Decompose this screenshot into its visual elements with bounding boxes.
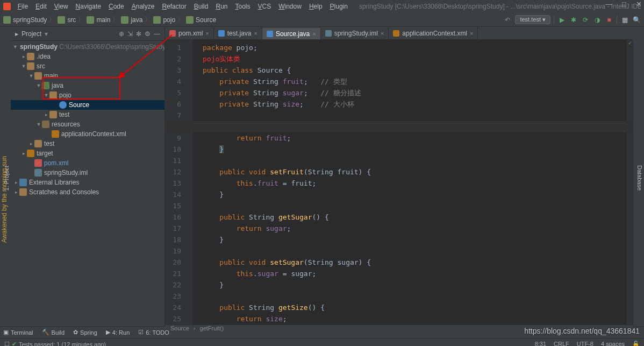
tree-resources[interactable]: ▼resources (11, 119, 164, 129)
settings-icon[interactable]: ⚙ (145, 30, 151, 38)
tree-pom[interactable]: pom.xml (11, 158, 164, 168)
line-ending[interactable]: CRLF (554, 341, 569, 346)
blog-watermark: https://blog.csdn.net/qq_43661841 (524, 327, 640, 335)
toolbar-right: ↶ test.test ▾ ▶ ✱ ⟳ ◑ ■ ▦ 🔍 (503, 15, 641, 24)
menu-plugin[interactable]: Plugin (326, 1, 352, 12)
error-stripe[interactable]: ✓ (627, 40, 633, 324)
menu-build[interactable]: Build (190, 1, 212, 12)
menu-run[interactable]: Run (212, 1, 231, 12)
tab-Source-java[interactable]: Source.java× (262, 27, 321, 39)
project-header: ▸ Project ▾ ⊕ ⇲ ✻ ⚙ — (11, 27, 164, 41)
select-opened-icon[interactable]: ⊕ (119, 30, 124, 38)
tab-pom-xml[interactable]: pom.xml× (165, 27, 214, 39)
lock-icon[interactable]: 🔓 (632, 341, 640, 346)
close-icon[interactable]: × (205, 30, 209, 37)
expand-all-icon[interactable]: ⇲ (127, 30, 133, 38)
tree-appctx[interactable]: applicationContext.xml (11, 129, 164, 139)
tree-idea[interactable]: ▸.idea (11, 52, 164, 61)
minimize-icon[interactable]: — (605, 0, 612, 8)
tree-test-pkg[interactable]: ▸test (11, 110, 164, 119)
tests-pass-icon: ✔ (12, 341, 17, 346)
tree-target[interactable]: ▸target (11, 149, 164, 158)
tool-database[interactable]: Database (635, 162, 644, 194)
status-message: Tests passed: 1 (12 minutes ago) (19, 341, 106, 347)
tab-springStudy-iml[interactable]: springStudy.iml× (321, 27, 389, 39)
project-tool-window: ▸ Project ▾ ⊕ ⇲ ✻ ⚙ — ▼springStudy C:\Us… (11, 27, 165, 326)
close-icon[interactable]: × (312, 31, 316, 37)
tree-test-dir[interactable]: ▸test (11, 139, 164, 149)
breadcrumb[interactable]: springStudy〉src〉main〉java〉pojo〉Source (3, 15, 216, 24)
close-icon[interactable]: × (254, 30, 257, 37)
line-gutter: 1234567891011121314151617181920212223242… (165, 40, 184, 324)
idea-icon (3, 3, 11, 10)
menu-view[interactable]: View (51, 1, 72, 12)
collapse-icon[interactable]: ✻ (136, 30, 141, 38)
coverage-icon[interactable]: ⟳ (581, 16, 590, 24)
tab-applicationContext-xml[interactable]: applicationContext.xml× (389, 27, 478, 39)
menu-analyze[interactable]: Analyze (128, 1, 159, 12)
titlebar: FileEditViewNavigateCodeAnalyzeRefactorB… (0, 0, 644, 13)
editor-tabs: pom.xml×test.java×Source.java×springStud… (165, 27, 633, 40)
tab-test-java[interactable]: test.java× (214, 27, 262, 39)
tab-run[interactable]: ▶ 4: Run (106, 329, 130, 336)
window-title: springStudy [C:\Users\33066\Desktop\spri… (359, 3, 641, 10)
indent[interactable]: 4 spaces (601, 341, 625, 346)
tree-iml[interactable]: springStudy.iml (11, 168, 164, 178)
tree-java[interactable]: ▼java (11, 81, 164, 90)
editor-area: pom.xml×test.java×Source.java×springStud… (165, 27, 633, 326)
menu-code[interactable]: Code (105, 1, 128, 12)
structure-icon[interactable]: ▦ (620, 16, 629, 24)
menu-vcs[interactable]: VCS (254, 1, 275, 12)
tree-main[interactable]: ▼main (11, 71, 164, 81)
run-icon[interactable]: ▶ (557, 16, 566, 24)
status-bar: ☐ ✔ Tests passed: 1 (12 minutes ago) 8:3… (0, 338, 644, 346)
navigation-bar: springStudy〉src〉main〉java〉pojo〉Source ↶ … (0, 13, 644, 27)
window-controls: — □ ✕ (605, 0, 642, 8)
main-menu: FileEditViewNavigateCodeAnalyzeRefactorB… (14, 1, 352, 12)
tab-build[interactable]: 🔨 Build (42, 329, 65, 336)
menu-file[interactable]: File (14, 1, 32, 12)
close-icon[interactable]: × (381, 30, 384, 37)
folder-icon: ▸ (15, 30, 18, 38)
search-icon[interactable]: 🔍 (632, 16, 641, 24)
close-icon[interactable]: ✕ (636, 0, 642, 8)
run-config-selector[interactable]: test.test ▾ (515, 15, 550, 24)
right-tool-strip: Database Maven (633, 27, 644, 326)
project-tree[interactable]: ▼springStudy C:\Users\33066\Desktop\spri… (11, 41, 164, 198)
main-area: 1: Project 2: Favorites 7: Structure ▸ P… (0, 27, 644, 326)
menu-help[interactable]: Help (305, 1, 326, 12)
profile-icon[interactable]: ◑ (593, 16, 602, 24)
status-icon[interactable]: ☐ (4, 341, 10, 346)
code-editor[interactable]: 1234567891011121314151617181920212223242… (165, 40, 633, 324)
stop-icon[interactable]: ■ (605, 16, 613, 24)
menu-tools[interactable]: Tools (231, 1, 254, 12)
hide-icon[interactable]: — (154, 30, 160, 38)
close-icon[interactable]: × (470, 30, 473, 37)
menu-navigate[interactable]: Navigate (72, 1, 105, 12)
debug-icon[interactable]: ✱ (569, 16, 578, 24)
tree-root[interactable]: ▼springStudy C:\Users\33066\Desktop\spri… (11, 42, 164, 52)
check-ok-icon: ✓ (627, 40, 633, 45)
menu-window[interactable]: Window (275, 1, 305, 12)
tree-src[interactable]: ▼src (11, 61, 164, 71)
encoding[interactable]: UTF-8 (577, 341, 593, 346)
back-icon[interactable]: ↶ (503, 16, 512, 24)
caret-pos[interactable]: 8:31 (535, 341, 546, 346)
tab-terminal[interactable]: ▣ Terminal (3, 329, 33, 336)
marker-gutter (184, 40, 193, 324)
tree-ext-lib[interactable]: ▸External Libraries (11, 178, 164, 187)
tree-source[interactable]: Source (11, 100, 164, 110)
menu-edit[interactable]: Edit (32, 1, 51, 12)
project-title[interactable]: Project (22, 30, 41, 38)
menu-refactor[interactable]: Refactor (158, 1, 190, 12)
tab-spring[interactable]: ✿ Spring (73, 329, 97, 336)
tree-scratch[interactable]: ▸Scratches and Consoles (11, 187, 164, 197)
tree-pojo[interactable]: ▼pojo (11, 90, 164, 100)
maximize-icon[interactable]: □ (622, 0, 626, 8)
code-content[interactable]: package pojo;pojo实体类public class Source … (193, 40, 627, 324)
watermark-vertical: Awakened by the morning sun (1, 156, 8, 243)
tab-todo[interactable]: ☑ 6: TODO (138, 329, 169, 336)
